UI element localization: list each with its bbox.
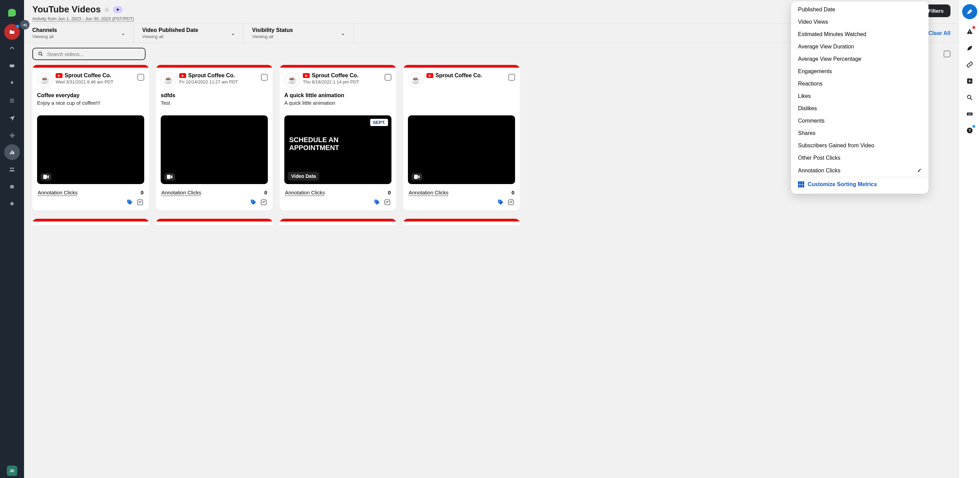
nav-bot[interactable] — [4, 178, 20, 194]
svg-rect-2 — [10, 185, 14, 188]
video-type-icon — [411, 173, 422, 181]
metric-value: 0 — [512, 190, 514, 195]
youtube-icon: ▶ — [303, 73, 310, 78]
svg-rect-23 — [969, 33, 970, 33]
filter-visibility[interactable]: Visibility Status Viewing all ⌄ — [244, 24, 354, 43]
channel-avatar: ☕ — [408, 72, 423, 88]
leaf-icon[interactable] — [962, 40, 977, 56]
tag-icon[interactable] — [497, 199, 504, 206]
sort-option[interactable]: Engagements — [791, 65, 929, 78]
account-name[interactable]: Sprout Coffee Co. — [188, 72, 235, 79]
video-description: A quick little animation — [284, 100, 391, 106]
nav-pin[interactable] — [4, 76, 20, 91]
sort-option[interactable]: Comments — [791, 115, 929, 127]
metric-label: Annotation Clicks — [161, 190, 201, 195]
svg-point-3 — [11, 186, 12, 187]
tag-icon[interactable] — [250, 199, 257, 206]
link-icon[interactable] — [962, 57, 977, 72]
activity-range-subtitle: Activity from Jun 1, 2023 - Jun 30, 2023… — [32, 16, 134, 21]
compose-button[interactable] — [962, 4, 977, 19]
svg-point-12 — [128, 201, 129, 202]
sort-option[interactable]: Subscribers Gained from Video — [791, 139, 929, 152]
add-icon[interactable] — [962, 73, 977, 89]
action-icon[interactable] — [508, 199, 514, 206]
search-icon — [38, 51, 43, 57]
filter-published-date[interactable]: Video Published Date Viewing all ⌄ — [134, 24, 244, 43]
metric-value: 0 — [141, 190, 143, 195]
video-thumbnail[interactable] — [37, 115, 144, 184]
sort-option[interactable]: Average View Duration — [791, 40, 929, 53]
nav-feed[interactable] — [4, 93, 20, 108]
svg-rect-28 — [968, 113, 969, 114]
action-icon[interactable] — [260, 199, 267, 206]
youtube-icon: ▶ — [179, 73, 186, 78]
action-icon[interactable] — [137, 199, 143, 206]
video-card — [280, 219, 396, 225]
sort-option[interactable]: Average View Percentage — [791, 53, 929, 65]
account-name[interactable]: Sprout Coffee Co. — [65, 72, 111, 79]
chevron-down-icon: ⌄ — [121, 30, 125, 37]
video-card — [403, 219, 520, 225]
select-card-checkbox[interactable] — [385, 74, 391, 81]
nav-publishing[interactable] — [4, 110, 20, 126]
collapse-sidebar-button[interactable]: ➔| — [20, 20, 30, 30]
ai-sparkle-badge[interactable]: ✦ — [113, 6, 123, 13]
customize-sorting-metrics[interactable]: Customize Sorting Metrics — [791, 177, 929, 191]
svg-point-1 — [12, 167, 14, 169]
tag-icon[interactable] — [374, 199, 380, 206]
video-type-icon — [41, 173, 51, 181]
video-card: ☕ ▶ Sprout Coffee Co. Wed 3/31/2021 8:46… — [32, 65, 149, 210]
nav-dashboard[interactable] — [4, 41, 20, 57]
alerts-icon[interactable] — [962, 24, 977, 39]
metric-label: Annotation Clicks — [285, 190, 325, 195]
account-name[interactable]: Sprout Coffee Co. — [435, 72, 482, 79]
nav-listening[interactable] — [4, 127, 20, 143]
action-icon[interactable] — [384, 199, 391, 206]
sort-option[interactable]: Published Date — [791, 3, 929, 16]
svg-rect-30 — [970, 113, 971, 114]
sort-option[interactable]: Shares — [791, 127, 929, 139]
help-icon[interactable]: ? — [962, 123, 977, 138]
video-thumbnail[interactable] — [161, 115, 268, 184]
search-util-icon[interactable] — [962, 90, 977, 105]
publish-date: Wed 3/31/2021 8:46 am PDT — [56, 79, 134, 84]
sort-option[interactable]: Dislikes — [791, 102, 929, 115]
app-logo[interactable] — [0, 3, 24, 23]
select-card-checkbox[interactable] — [261, 74, 268, 81]
select-card-checkbox[interactable] — [508, 74, 515, 81]
thumb-corner-label: SEPT. — [370, 119, 388, 126]
svg-rect-11 — [43, 175, 47, 179]
channel-avatar: ☕ — [284, 72, 299, 88]
account-name[interactable]: Sprout Coffee Co. — [312, 72, 358, 79]
sort-option[interactable]: Likes — [791, 90, 929, 102]
video-card: ☕ ▶ Sprout Coffee Co. Thu 8/18/2022 1:14… — [280, 65, 396, 210]
svg-point-17 — [375, 201, 376, 202]
video-thumbnail[interactable]: SEPT. Video Data — [284, 115, 391, 184]
channel-avatar: ☕ — [37, 72, 52, 88]
sort-option[interactable]: Other Post Clicks — [791, 152, 929, 164]
favorite-star-icon[interactable]: ☆ — [104, 6, 110, 13]
nav-inbox[interactable] — [4, 58, 20, 74]
nav-reviews[interactable] — [4, 196, 20, 212]
nav-folder[interactable] — [4, 24, 20, 40]
video-description: Test — [161, 100, 268, 106]
svg-text:?: ? — [968, 128, 971, 132]
video-data-badge[interactable]: Video Data — [288, 172, 319, 181]
nav-people[interactable] — [4, 161, 20, 177]
sort-option[interactable]: Video Views — [791, 16, 929, 28]
tag-icon[interactable] — [126, 199, 133, 206]
filter-channels[interactable]: Channels Viewing all ⌄ — [24, 24, 134, 43]
keyboard-icon[interactable] — [962, 107, 977, 121]
user-avatar[interactable]: JK — [7, 466, 17, 476]
search-input[interactable] — [47, 51, 140, 57]
select-all-checkbox[interactable] — [943, 51, 950, 57]
video-description: Enjoy a nice cup of coffee!!! — [37, 100, 144, 106]
sort-option[interactable]: Annotation Clicks✓ — [791, 164, 929, 177]
select-card-checkbox[interactable] — [137, 74, 144, 81]
video-thumbnail[interactable] — [408, 115, 515, 184]
svg-point-25 — [967, 95, 971, 99]
sort-option[interactable]: Reactions — [791, 78, 929, 90]
sort-option[interactable]: Estimated Minutes Watched — [791, 28, 929, 40]
channel-avatar: ☕ — [161, 72, 176, 88]
nav-reports[interactable] — [4, 144, 20, 160]
